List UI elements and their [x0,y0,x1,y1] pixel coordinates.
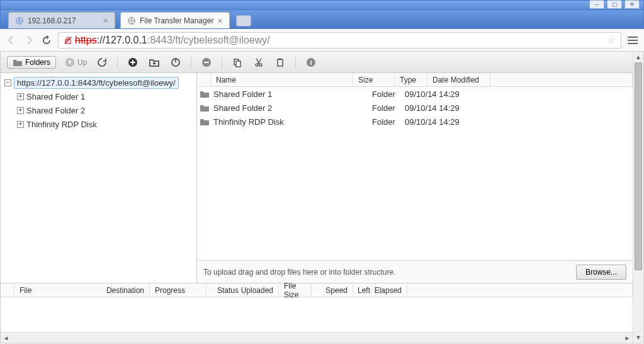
svg-rect-9 [204,62,209,63]
column-handle[interactable] [197,73,211,86]
folder-tree: − https://127.0.0.1:8443/ft/cybelesoft@i… [1,73,197,283]
file-date: 09/10/14 14:29 [405,89,468,99]
forward-button[interactable] [23,34,35,47]
progress-body [1,297,633,332]
tree-item[interactable]: + Shared Folder 2 [4,103,193,117]
column-spacer [407,284,633,297]
power-button[interactable] [169,56,182,69]
column-type[interactable]: Type [395,73,427,86]
new-tab-button[interactable] [236,15,251,26]
separator [191,56,191,69]
horizontal-scrollbar[interactable]: ◄ ► [1,332,633,343]
file-row[interactable]: Thinfinity RDP Disk Folder 09/10/14 14:2… [197,115,633,129]
upload-dropzone[interactable]: To upload drag and drop files here or in… [197,260,633,283]
hamburger-menu-button[interactable] [626,34,639,47]
svg-text:i: i [310,59,312,66]
file-list[interactable]: Shared Folder 1 Folder 09/10/14 14:29 Sh… [197,87,633,260]
vertical-scrollbar[interactable]: ▲ ▼ [633,52,643,343]
progress-panel: File Destination Progress Status Uploade… [1,283,633,343]
expand-icon[interactable]: + [17,121,24,128]
tree-item-label: Thinfinity RDP Disk [26,120,97,129]
file-name: Shared Folder 1 [211,89,330,99]
file-row[interactable]: Shared Folder 2 Folder 09/10/14 14:29 [197,101,633,115]
url-port: :8443 [147,35,172,46]
file-type: Folder [372,103,405,113]
bookmark-star-icon[interactable]: ☆ [607,34,616,46]
file-name: Shared Folder 2 [211,103,330,113]
scroll-down-icon[interactable]: ▼ [633,332,643,343]
expand-icon[interactable]: + [17,107,24,114]
browser-tab[interactable]: File Transfer Manager × [120,12,230,28]
refresh-button[interactable] [96,56,108,69]
insecure-lock-icon [64,36,72,45]
app-toolbar: Folders Up [1,52,633,73]
browse-button[interactable]: Browse... [576,265,626,280]
column-size[interactable]: Size [353,73,395,86]
scroll-up-icon[interactable]: ▲ [633,52,643,62]
tree-root[interactable]: − https://127.0.0.1:8443/ft/cybelesoft@i… [4,76,193,89]
svg-rect-14 [278,59,283,66]
column-file[interactable]: File [14,284,112,297]
expand-icon[interactable]: + [17,93,24,100]
tab-title: 192.168.0.217 [28,16,99,25]
delete-button[interactable] [200,56,213,69]
scroll-right-icon[interactable]: ► [622,333,633,343]
column-spacer [490,73,633,86]
scroll-left-icon[interactable]: ◄ [1,333,11,343]
window-minimize-button[interactable]: ─ [589,0,604,9]
folders-label: Folders [25,58,50,67]
separator [222,56,222,69]
column-date[interactable]: Date Modified [427,73,490,86]
tree-item[interactable]: + Thinfinity RDP Disk [4,117,193,131]
browser-toolbar: https ://127.0.0.1 :8443 /ft/cybelesoft@… [0,29,644,52]
url-scheme: https [75,35,97,46]
up-label: Up [77,58,87,67]
url-path: /ft/cybelesoft@iloewy/ [172,35,270,46]
file-type: Folder [372,89,405,99]
tab-close-button[interactable]: × [103,16,108,26]
browser-tab[interactable]: 192.168.0.217 × [8,12,115,28]
file-date: 09/10/14 14:29 [405,103,468,113]
cut-button[interactable] [252,56,265,69]
collapse-icon[interactable]: − [4,79,11,86]
file-date: 09/10/14 14:29 [405,117,468,127]
reload-button[interactable] [40,34,53,47]
column-progress[interactable]: Progress [150,284,206,297]
paste-button[interactable] [274,56,286,69]
globe-icon [15,16,24,25]
tree-item[interactable]: + Shared Folder 1 [4,89,193,103]
tab-title: File Transfer Manager [140,16,213,25]
column-status[interactable]: Status [206,284,244,297]
dropzone-text: To upload drag and drop files here or in… [203,268,396,277]
column-destination[interactable]: Destination [112,284,150,297]
tree-item-label: Shared Folder 2 [26,106,85,115]
svg-rect-15 [279,59,281,60]
column-speed[interactable]: Speed [312,284,353,297]
window-close-button[interactable]: ✕ [624,0,640,9]
separator [117,56,118,69]
column-uploaded[interactable]: Uploaded [244,284,279,297]
download-button[interactable] [148,56,161,69]
tree-item-label: Shared Folder 1 [26,92,85,101]
tab-close-button[interactable]: × [217,16,222,26]
window-titlebar: ─ ▢ ✕ [0,0,644,10]
file-row[interactable]: Shared Folder 1 Folder 09/10/14 14:29 [197,87,633,101]
window-maximize-button[interactable]: ▢ [607,0,622,9]
folder-icon [200,117,211,126]
copy-button[interactable] [231,56,244,69]
folders-toggle-button[interactable]: Folders [7,56,56,69]
info-button[interactable]: i [305,56,317,69]
column-handle[interactable] [1,284,14,297]
column-left[interactable]: Left [353,284,376,297]
new-folder-button[interactable] [127,56,139,69]
column-name[interactable]: Name [211,73,353,86]
back-button[interactable] [5,34,18,47]
globe-icon [127,16,136,25]
tree-root-label: https://127.0.0.1:8443/ft/cybelesoft@ilo… [14,77,179,89]
column-elapsed[interactable]: Elapsed [376,284,407,297]
scroll-thumb[interactable] [635,62,642,270]
up-button[interactable]: Up [65,57,87,67]
column-filesize[interactable]: File Size [279,284,312,297]
address-bar[interactable]: https ://127.0.0.1 :8443 /ft/cybelesoft@… [58,32,621,49]
progress-header: File Destination Progress Status Uploade… [1,284,633,297]
